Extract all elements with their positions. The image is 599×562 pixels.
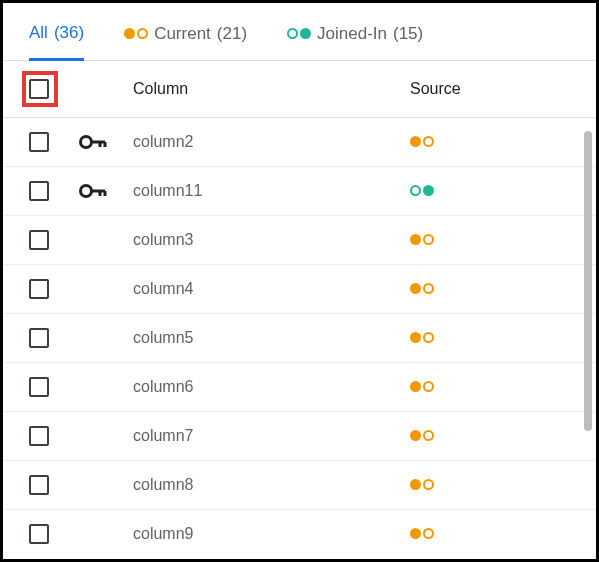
current-source-icon <box>410 136 434 147</box>
table-header-row: Column Source <box>3 61 596 118</box>
svg-point-4 <box>81 186 92 197</box>
column-picker-panel: All (36) Current (21) Joined-In (15) Col… <box>0 0 599 562</box>
current-source-icon <box>410 479 434 490</box>
column-name: column8 <box>133 476 410 494</box>
rows-container: column2 column11 column3 column4 <box>3 118 596 556</box>
current-source-icon <box>410 381 434 392</box>
column-name: column3 <box>133 231 410 249</box>
column-source <box>410 182 570 200</box>
table-row: column6 <box>3 363 596 412</box>
column-source <box>410 476 570 494</box>
column-source <box>410 231 570 249</box>
column-name: column2 <box>133 133 410 151</box>
tab-joined-count: (15) <box>393 24 423 44</box>
table-row: column11 <box>3 167 596 216</box>
joined-source-icon <box>410 185 434 196</box>
column-source <box>410 525 570 543</box>
column-source <box>410 427 570 445</box>
column-source <box>410 280 570 298</box>
tab-current-count: (21) <box>217 24 247 44</box>
column-name: column5 <box>133 329 410 347</box>
row-checkbox[interactable] <box>29 524 49 544</box>
table-row: column7 <box>3 412 596 461</box>
tabs-bar: All (36) Current (21) Joined-In (15) <box>3 3 596 61</box>
tab-all-label: All <box>29 23 48 43</box>
column-name: column4 <box>133 280 410 298</box>
row-checkbox[interactable] <box>29 328 49 348</box>
row-checkbox[interactable] <box>29 475 49 495</box>
row-checkbox[interactable] <box>29 132 49 152</box>
table-row: column5 <box>3 314 596 363</box>
column-source <box>410 378 570 396</box>
table-row: column4 <box>3 265 596 314</box>
tab-all-count: (36) <box>54 23 84 43</box>
current-source-icon <box>410 430 434 441</box>
tab-all[interactable]: All (36) <box>29 21 84 61</box>
key-icon <box>79 134 107 150</box>
header-column: Column <box>133 80 410 98</box>
column-name: column9 <box>133 525 410 543</box>
row-checkbox[interactable] <box>29 377 49 397</box>
row-checkbox[interactable] <box>29 230 49 250</box>
column-name: column6 <box>133 378 410 396</box>
current-source-icon <box>410 283 434 294</box>
table-row: column9 <box>3 510 596 556</box>
svg-point-0 <box>81 137 92 148</box>
tab-current-label: Current <box>154 24 211 44</box>
column-name: column11 <box>133 182 410 200</box>
header-source: Source <box>410 80 570 98</box>
table-row: column3 <box>3 216 596 265</box>
tab-joined-label: Joined-In <box>317 24 387 44</box>
current-source-icon <box>410 528 434 539</box>
joined-source-icon <box>287 28 311 39</box>
row-checkbox[interactable] <box>29 426 49 446</box>
current-source-icon <box>124 28 148 39</box>
scrollbar[interactable] <box>584 131 592 431</box>
column-source <box>410 329 570 347</box>
tab-joined-in[interactable]: Joined-In (15) <box>287 21 423 60</box>
key-icon <box>79 183 107 199</box>
table-row: column8 <box>3 461 596 510</box>
row-checkbox[interactable] <box>29 279 49 299</box>
row-checkbox[interactable] <box>29 181 49 201</box>
tab-current[interactable]: Current (21) <box>124 21 247 60</box>
current-source-icon <box>410 332 434 343</box>
column-source <box>410 133 570 151</box>
current-source-icon <box>410 234 434 245</box>
select-all-checkbox[interactable] <box>29 79 49 99</box>
columns-table: Column Source column2 column11 <box>3 61 596 559</box>
column-name: column7 <box>133 427 410 445</box>
table-row: column2 <box>3 118 596 167</box>
